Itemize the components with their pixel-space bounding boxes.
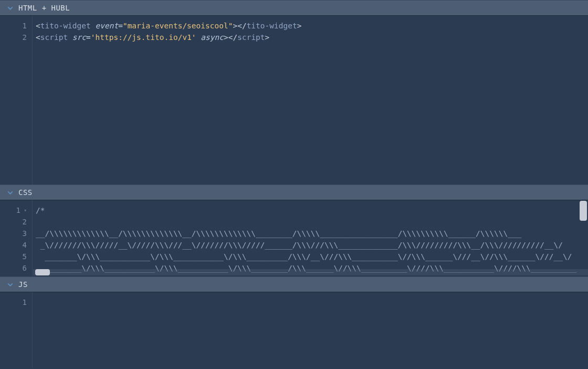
- fold-marker-icon[interactable]: ▾: [23, 208, 27, 213]
- code-area-js[interactable]: [33, 292, 588, 368]
- gutter-css: 1▾ 2 3 4 5 6: [0, 200, 33, 276]
- chevron-down-icon: [7, 5, 13, 11]
- line-number: 4: [0, 239, 32, 251]
- code-area-html[interactable]: <tito-widget event="maria-events/seoisco…: [33, 16, 588, 184]
- line-number: 2: [0, 216, 32, 228]
- line-number: 1▾: [0, 204, 32, 216]
- code-line: _______\/\\\___________\/\\\___________\…: [36, 252, 572, 261]
- code-line: /*: [36, 206, 45, 214]
- editor-css[interactable]: 1▾ 2 3 4 5 6 /* __/\\\\\\\\\\\\\__/\\\\\…: [0, 200, 588, 276]
- line-number: 6: [0, 262, 32, 274]
- line-number: 2: [0, 32, 32, 43]
- horizontal-scrollbar[interactable]: [33, 269, 588, 275]
- panel-header-css[interactable]: CSS: [0, 184, 588, 200]
- line-number: 1: [0, 20, 32, 32]
- line-number: 3: [0, 228, 32, 239]
- vertical-scrollbar-thumb[interactable]: [580, 201, 587, 221]
- editor-js[interactable]: 1: [0, 292, 588, 368]
- editor-html[interactable]: 1 2 <tito-widget event="maria-events/seo…: [0, 16, 588, 184]
- chevron-down-icon: [7, 282, 13, 288]
- chevron-down-icon: [7, 190, 13, 196]
- gutter-js: 1: [0, 292, 33, 368]
- panel-header-js[interactable]: JS: [0, 276, 588, 292]
- panel-title-css: CSS: [18, 188, 33, 197]
- code-line: __/\\\\\\\\\\\\\__/\\\\\\\\\\\\\__/\\\\\…: [36, 229, 521, 238]
- code-line: _\///////\\\/////__\/////\\\///__\//////…: [36, 241, 563, 249]
- code-area-css[interactable]: /* __/\\\\\\\\\\\\\__/\\\\\\\\\\\\\__/\\…: [33, 200, 588, 276]
- panel-header-html[interactable]: HTML + HUBL: [0, 0, 588, 16]
- line-number: 1: [0, 296, 32, 308]
- panel-title-js: JS: [18, 280, 28, 289]
- scrollbar-thumb[interactable]: [35, 269, 50, 275]
- panel-title-html: HTML + HUBL: [18, 4, 70, 12]
- gutter-html: 1 2: [0, 16, 33, 184]
- line-number: 5: [0, 251, 32, 262]
